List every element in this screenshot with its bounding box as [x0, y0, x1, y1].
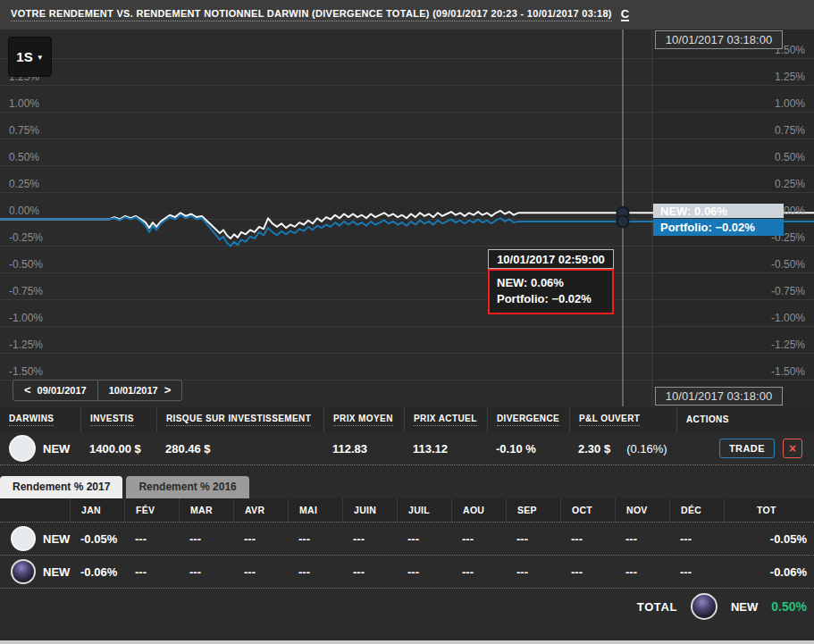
positions-table-header: DARWINS INVESTIS RISQUE SUR INVESTISSEME…: [0, 407, 814, 432]
month-value: ---: [179, 523, 233, 555]
total-return-value: 0.50%: [771, 599, 807, 614]
total-darwin-avatar[interactable]: [691, 593, 717, 620]
month-value: ---: [179, 556, 233, 588]
month-value: ---: [560, 523, 615, 555]
month-value: ---: [233, 556, 288, 588]
tab-rendement-2017[interactable]: Rendement % 2017: [0, 476, 122, 498]
chevron-down-icon: ▼: [37, 54, 44, 62]
tooltip-portfolio-value: Portfolio: −0.02%: [497, 291, 605, 307]
right-axis-tick: -0.75%: [771, 285, 805, 297]
col-header-risque[interactable]: RISQUE SUR INVESTISSEMENT: [156, 407, 323, 432]
month-value: ---: [451, 556, 506, 588]
month-value: ---: [342, 556, 397, 588]
month-value: -0.06%: [70, 556, 124, 588]
darwin-cell: NEW: [0, 523, 70, 555]
darwin-name[interactable]: NEW: [43, 442, 70, 456]
total-value: -0.06%: [724, 556, 814, 588]
month-col-avr: AVR: [233, 498, 288, 522]
tooltip-values: NEW: 0.06% Portfolio: −0.02%: [488, 269, 614, 314]
timeframe-button[interactable]: 1S ▼: [8, 37, 52, 77]
darwin-avatar[interactable]: [9, 435, 36, 462]
performance-chart[interactable]: [0, 29, 814, 406]
left-axis-tick: 0.00%: [9, 205, 39, 217]
actions-cell: TRADE ×: [676, 432, 814, 464]
monthly-table-header: JANFÉVMARAVRMAIJUINJUILAOUSEPOCTNOVDÉCTO…: [0, 498, 814, 522]
refresh-icon[interactable]: C: [621, 8, 629, 21]
new-value-flag: NEW: 0.06%: [653, 204, 784, 218]
month-value: ---: [233, 523, 288, 555]
portfolio-value-flag: Portfolio: −0.02%: [653, 219, 784, 236]
month-col-juil: JUIL: [397, 498, 451, 522]
chevron-left-icon: <: [24, 383, 31, 397]
crosshair-time-top: 10/01/2017 03:18:00: [655, 30, 783, 49]
col-header-darwins[interactable]: DARWINS: [0, 407, 80, 432]
page-title: VOTRE RENDEMENT VS. RENDEMENT NOTIONNEL …: [11, 8, 612, 21]
left-axis-tick: 0.50%: [9, 151, 39, 163]
left-axis-tick: -0.25%: [9, 231, 43, 244]
app-root: VOTRE RENDEMENT VS. RENDEMENT NOTIONNEL …: [0, 0, 814, 644]
darwin-avatar[interactable]: [11, 559, 36, 584]
pl-value: 2.30 $: [578, 442, 610, 456]
chart-area: 1.25%1.00%0.75%0.50%0.25%0.00%-0.25%-0.5…: [0, 29, 814, 406]
tab-rendement-2016[interactable]: Rendement % 2016: [126, 476, 248, 498]
right-axis-tick: -1.00%: [771, 312, 805, 324]
chevron-right-icon: >: [164, 383, 172, 397]
chart-title-bar: VOTRE RENDEMENT VS. RENDEMENT NOTIONNEL …: [0, 0, 814, 29]
monthly-total-row: TOTAL NEW 0.50%: [0, 588, 814, 624]
month-col-aou: AOU: [451, 498, 506, 522]
col-header-divergence[interactable]: DIVERGENCE: [487, 407, 569, 432]
month-col-juin: JUIN: [342, 498, 397, 522]
next-day-label: 10/01/2017: [109, 385, 158, 396]
month-value: ---: [288, 523, 342, 555]
total-darwin-name[interactable]: NEW: [731, 600, 758, 614]
col-header-prix-actuel[interactable]: PRIX ACTUEL: [404, 407, 487, 432]
total-label: TOTAL: [637, 600, 677, 614]
month-col-oct: OCT: [560, 498, 615, 522]
month-col-jan: JAN: [70, 498, 124, 522]
right-axis-tick: 1.25%: [775, 71, 805, 83]
left-axis-tick: 1.00%: [9, 97, 39, 110]
col-header-investis[interactable]: INVESTIS: [80, 407, 156, 432]
month-value: -0.05%: [70, 523, 124, 555]
month-value: ---: [615, 556, 669, 588]
month-value: ---: [288, 556, 342, 588]
month-col-nov: NOV: [615, 498, 669, 522]
total-value: -0.05%: [724, 523, 814, 555]
month-value: ---: [451, 523, 506, 555]
month-col-tot: TOT: [724, 498, 814, 522]
darwin-avatar[interactable]: [11, 526, 36, 551]
col-header-prix-moyen[interactable]: PRIX MOYEN: [323, 407, 404, 432]
darwin-cell: NEW: [0, 432, 80, 464]
chart-tooltip: 10/01/2017 02:59:00 NEW: 0.06% Portfolio…: [488, 249, 614, 314]
trade-button[interactable]: TRADE: [719, 439, 775, 458]
month-col-déc: DÉC: [669, 498, 724, 522]
monthly-row: NEW-0.05%-------------------------------…: [0, 522, 814, 555]
next-day-button[interactable]: 10/01/2017 >: [98, 380, 183, 401]
left-axis-tick: 0.75%: [9, 124, 39, 137]
month-value: ---: [669, 523, 724, 555]
right-axis-tick: 1.00%: [775, 97, 805, 110]
right-axis-tick: 0.50%: [775, 151, 805, 163]
month-value: ---: [342, 523, 397, 555]
month-value: ---: [397, 523, 451, 555]
risque-value: 280.46 $: [156, 432, 323, 464]
right-axis-tick: 0.75%: [775, 124, 805, 137]
timeframe-label: 1S: [16, 49, 32, 64]
col-header-pl-ouvert[interactable]: P&L OUVERT: [569, 407, 676, 432]
tooltip-time: 10/01/2017 02:59:00: [488, 249, 614, 269]
investis-value: 1400.00 $: [80, 432, 156, 464]
month-value: ---: [560, 556, 615, 588]
date-navigation: < 09/01/2017 10/01/2017 >: [13, 380, 182, 401]
close-position-icon[interactable]: ×: [783, 439, 802, 458]
col-header-actions: ACTIONS: [676, 407, 814, 432]
darwin-cell: NEW: [0, 556, 70, 588]
prev-day-button[interactable]: < 09/01/2017: [13, 380, 98, 401]
left-axis-tick: 0.25%: [9, 178, 39, 190]
month-col-sep: SEP: [506, 498, 560, 522]
month-value: ---: [506, 523, 560, 555]
month-col-mai: MAI: [288, 498, 342, 522]
pl-percent: (0.16%): [626, 442, 667, 456]
month-value: ---: [506, 556, 560, 588]
darwin-name[interactable]: NEW: [43, 565, 70, 579]
darwin-name[interactable]: NEW: [43, 532, 70, 546]
